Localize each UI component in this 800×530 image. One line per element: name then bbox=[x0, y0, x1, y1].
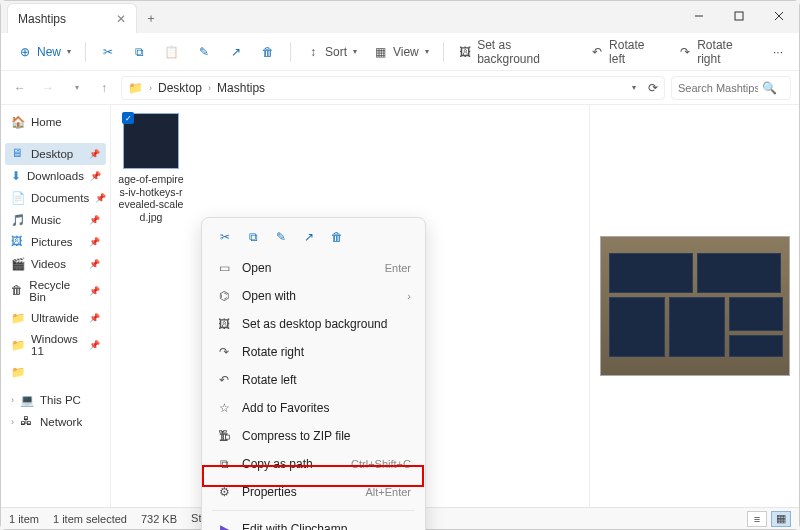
copy-button[interactable]: ⧉ bbox=[126, 40, 154, 64]
ctx-clipchamp[interactable]: ▶Edit with Clipchamp bbox=[202, 515, 425, 530]
status-size: 732 KB bbox=[141, 513, 177, 525]
sidebar-item-win11[interactable]: 📁Windows 11📌 bbox=[5, 329, 106, 361]
rotate-left-icon: ↶ bbox=[590, 44, 605, 60]
pin-icon: 📌 bbox=[89, 149, 100, 159]
svg-rect-1 bbox=[735, 12, 743, 20]
videos-icon: 🎬 bbox=[11, 257, 25, 271]
status-selected: 1 item selected bbox=[53, 513, 127, 525]
sidebar: 🏠Home 🖥Desktop📌 ⬇Downloads📌 📄Documents📌 … bbox=[1, 105, 111, 507]
ctx-favorites[interactable]: ☆Add to Favorites bbox=[202, 394, 425, 422]
crumb-desktop[interactable]: Desktop bbox=[158, 81, 202, 95]
explorer-window: Mashtips ✕ ＋ ⊕ New ▾ ✂ ⧉ 📋 ✎ ↗ 🗑 ↕Sort▾ … bbox=[0, 0, 800, 530]
ctx-rotate-right[interactable]: ↷Rotate right bbox=[202, 338, 425, 366]
delete-icon: 🗑 bbox=[260, 44, 276, 60]
new-icon: ⊕ bbox=[17, 44, 33, 60]
pictures-icon: 🖼 bbox=[11, 235, 25, 249]
tab-title: Mashtips bbox=[18, 12, 66, 26]
sidebar-item-folder[interactable]: 📁 bbox=[5, 361, 106, 383]
refresh-button[interactable]: ⟳ bbox=[648, 81, 658, 95]
breadcrumb[interactable]: 📁› Desktop› Mashtips ▾ ⟳ bbox=[121, 76, 665, 100]
crumb-mashtips[interactable]: Mashtips bbox=[217, 81, 265, 95]
ctx-properties[interactable]: ⚙PropertiesAlt+Enter bbox=[202, 478, 425, 506]
search-box[interactable]: 🔍 bbox=[671, 76, 791, 100]
sidebar-item-documents[interactable]: 📄Documents📌 bbox=[5, 187, 106, 209]
background-icon: 🖼 bbox=[458, 44, 473, 60]
ctx-set-bg[interactable]: 🖼Set as desktop background bbox=[202, 310, 425, 338]
copy-icon: ⧉ bbox=[132, 44, 148, 60]
sidebar-item-home[interactable]: 🏠Home bbox=[5, 111, 106, 133]
close-tab-icon[interactable]: ✕ bbox=[116, 12, 126, 26]
chevron-down-icon[interactable]: ▾ bbox=[632, 83, 636, 92]
ctx-open-with[interactable]: ⌬Open with› bbox=[202, 282, 425, 310]
recent-locations-button[interactable]: ▾ bbox=[65, 77, 87, 99]
file-item[interactable]: ✓ age-of-empires-iv-hotkeys-revealed-sca… bbox=[115, 113, 187, 223]
icons-view-button[interactable]: ▦ bbox=[771, 511, 791, 527]
sidebar-item-videos[interactable]: 🎬Videos📌 bbox=[5, 253, 106, 275]
new-tab-button[interactable]: ＋ bbox=[137, 3, 165, 33]
sidebar-item-pictures[interactable]: 🖼Pictures📌 bbox=[5, 231, 106, 253]
more-toolbar-button[interactable]: ··· bbox=[767, 41, 789, 63]
folder-icon: 📁 bbox=[128, 81, 143, 95]
minimize-button[interactable] bbox=[679, 1, 719, 31]
open-with-icon: ⌬ bbox=[216, 288, 232, 304]
cut-button[interactable]: ✂ bbox=[94, 40, 122, 64]
search-icon: 🔍 bbox=[762, 81, 777, 95]
paste-button[interactable]: 📋 bbox=[158, 40, 186, 64]
checkbox-checked-icon[interactable]: ✓ bbox=[122, 112, 134, 124]
rotate-left-icon: ↶ bbox=[216, 372, 232, 388]
share-icon[interactable]: ↗ bbox=[300, 228, 318, 246]
rotate-left-button[interactable]: ↶Rotate left bbox=[584, 34, 668, 70]
set-background-button[interactable]: 🖼Set as background bbox=[452, 34, 580, 70]
sort-button[interactable]: ↕Sort▾ bbox=[299, 40, 363, 64]
new-label: New bbox=[37, 45, 61, 59]
sidebar-item-recycle[interactable]: 🗑Recycle Bin📌 bbox=[5, 275, 106, 307]
open-icon: ▭ bbox=[216, 260, 232, 276]
close-window-button[interactable] bbox=[759, 1, 799, 31]
titlebar: Mashtips ✕ ＋ bbox=[1, 1, 799, 33]
file-name: age-of-empires-iv-hotkeys-revealed-scale… bbox=[115, 173, 187, 223]
rename-button[interactable]: ✎ bbox=[190, 40, 218, 64]
sidebar-item-desktop[interactable]: 🖥Desktop📌 bbox=[5, 143, 106, 165]
recycle-icon: 🗑 bbox=[11, 284, 23, 298]
downloads-icon: ⬇ bbox=[11, 169, 21, 183]
ctx-rotate-left[interactable]: ↶Rotate left bbox=[202, 366, 425, 394]
ctx-open[interactable]: ▭OpenEnter bbox=[202, 254, 425, 282]
share-button[interactable]: ↗ bbox=[222, 40, 250, 64]
clipchamp-icon: ▶ bbox=[216, 521, 232, 530]
rotate-right-icon: ↷ bbox=[678, 44, 693, 60]
cut-icon[interactable]: ✂ bbox=[216, 228, 234, 246]
folder-icon: 📁 bbox=[11, 365, 25, 379]
ctx-zip[interactable]: 🗜Compress to ZIP file bbox=[202, 422, 425, 450]
sidebar-item-music[interactable]: 🎵Music📌 bbox=[5, 209, 106, 231]
delete-icon[interactable]: 🗑 bbox=[328, 228, 346, 246]
status-count: 1 item bbox=[9, 513, 39, 525]
search-input[interactable] bbox=[678, 82, 758, 94]
desktop-icon: 🖥 bbox=[11, 147, 25, 161]
new-button[interactable]: ⊕ New ▾ bbox=[11, 40, 77, 64]
rename-icon[interactable]: ✎ bbox=[272, 228, 290, 246]
network-icon: 🖧 bbox=[20, 415, 34, 429]
back-button[interactable]: ← bbox=[9, 77, 31, 99]
ctx-copy-path[interactable]: ⧉Copy as pathCtrl+Shift+C bbox=[202, 450, 425, 478]
pc-icon: 💻 bbox=[20, 393, 34, 407]
up-button[interactable]: ↑ bbox=[93, 77, 115, 99]
copy-icon[interactable]: ⧉ bbox=[244, 228, 262, 246]
sidebar-item-downloads[interactable]: ⬇Downloads📌 bbox=[5, 165, 106, 187]
rotate-right-button[interactable]: ↷Rotate right bbox=[672, 34, 763, 70]
sidebar-item-network[interactable]: ›🖧Network bbox=[5, 411, 106, 433]
folder-icon: 📁 bbox=[11, 338, 25, 352]
delete-button[interactable]: 🗑 bbox=[254, 40, 282, 64]
context-quick-actions: ✂ ⧉ ✎ ↗ 🗑 bbox=[202, 224, 425, 254]
file-thumbnail: ✓ bbox=[123, 113, 179, 169]
copy-path-icon: ⧉ bbox=[216, 456, 232, 472]
forward-button[interactable]: → bbox=[37, 77, 59, 99]
maximize-button[interactable] bbox=[719, 1, 759, 31]
sidebar-item-thispc[interactable]: ›💻This PC bbox=[5, 389, 106, 411]
details-view-button[interactable]: ≡ bbox=[747, 511, 767, 527]
share-icon: ↗ bbox=[228, 44, 244, 60]
tab-mashtips[interactable]: Mashtips ✕ bbox=[7, 3, 137, 33]
view-button[interactable]: ▦View▾ bbox=[367, 40, 435, 64]
home-icon: 🏠 bbox=[11, 115, 25, 129]
address-bar: ← → ▾ ↑ 📁› Desktop› Mashtips ▾ ⟳ 🔍 bbox=[1, 71, 799, 105]
sidebar-item-ultrawide[interactable]: 📁Ultrawide📌 bbox=[5, 307, 106, 329]
